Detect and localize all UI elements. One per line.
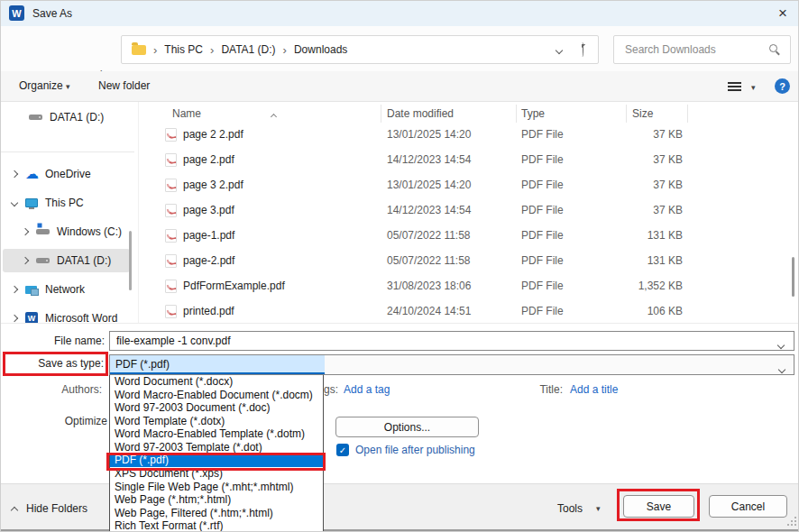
save-as-dialog: W Save As × ← → ↑ › This PC › DATA1 (D:)… [0, 0, 799, 532]
authors-label: Authors: [37, 383, 102, 396]
pdf-file-icon [165, 229, 177, 243]
view-caret-icon[interactable]: ▾ [751, 83, 756, 92]
tools-caret-icon[interactable]: ▾ [596, 504, 601, 513]
pdf-file-icon [165, 204, 177, 217]
dropdown-item[interactable]: Word Document (*.docx) [110, 375, 323, 389]
breadcrumb-chevron-icon: › [283, 43, 287, 57]
folder-icon [132, 45, 146, 55]
new-folder-button[interactable]: New folder [98, 79, 150, 92]
pdf-file-icon [165, 280, 177, 293]
dropdown-item[interactable]: Web Page, Filtered (*.htm;*.html) [110, 507, 323, 520]
options-button[interactable]: Options... [335, 417, 479, 437]
breadcrumb-chevron-icon: › [210, 43, 214, 57]
tools-button[interactable]: Tools [557, 502, 583, 515]
view-menu-icon[interactable] [728, 82, 741, 91]
table-row[interactable]: page 3.pdf 14/12/2023 14:54 PDF File 37 … [1, 197, 799, 223]
table-row[interactable]: PdfFormExample.pdf 31/08/2023 18:06 PDF … [1, 273, 799, 298]
cancel-button[interactable]: Cancel [709, 495, 787, 518]
drive-icon [29, 115, 42, 120]
search-input[interactable] [614, 36, 790, 63]
resize-grip[interactable] [785, 515, 796, 526]
table-row[interactable]: page-1.pdf 05/07/2022 11:58 PDF File 131… [1, 223, 799, 248]
highlight-save-button [617, 489, 700, 521]
hide-folders-button[interactable]: Hide Folders [12, 502, 87, 515]
dropdown-item[interactable]: Word Macro-Enabled Document (*.docm) [110, 389, 323, 402]
pdf-file-icon [165, 305, 177, 318]
search-icon [769, 44, 777, 52]
organize-button[interactable]: Organize ▾ [19, 79, 70, 92]
dropdown-item[interactable]: Word Template (*.dotx) [110, 415, 323, 428]
refresh-icon[interactable] [582, 43, 583, 56]
table-row[interactable]: page 2 2.pdf 13/01/2025 14:20 PDF File 3… [1, 122, 799, 147]
column-separator [687, 105, 688, 123]
dropdown-item[interactable]: Rich Text Format (*.rtf) [110, 519, 323, 532]
file-list-scrollbar[interactable] [792, 257, 794, 297]
command-toolbar: Organize ▾ New folder ▾ ? [1, 71, 799, 102]
highlight-save-as-type-label [3, 352, 108, 376]
open-after-publish-checkbox[interactable]: ✓ [336, 444, 349, 456]
address-dropdown-icon[interactable] [556, 43, 562, 56]
close-icon[interactable]: × [771, 3, 794, 24]
organize-caret-icon: ▾ [66, 82, 70, 91]
help-icon[interactable]: ? [775, 78, 790, 94]
chevron-down-icon[interactable] [778, 338, 784, 351]
word-logo-icon: W [9, 5, 24, 21]
dropdown-item[interactable]: Word 97-2003 Document (*.doc) [110, 401, 323, 415]
column-separator [516, 105, 517, 123]
breadcrumb-downloads[interactable]: Downloads [294, 43, 347, 56]
table-row[interactable]: page-2.pdf 05/07/2022 11:58 PDF File 131… [1, 248, 799, 273]
breadcrumb-chevron-icon: › [153, 43, 157, 57]
address-bar[interactable]: › This PC › DATA1 (D:) › Downloads [121, 35, 599, 64]
dropdown-item[interactable]: Single File Web Page (*.mht;*.mhtml) [110, 481, 323, 494]
breadcrumb-this-pc[interactable]: This PC [164, 43, 203, 56]
dropdown-item[interactable]: Web Page (*.htm;*.html) [110, 493, 323, 507]
search-box [613, 35, 791, 64]
window-title: Save As [32, 7, 72, 20]
chevron-down-icon[interactable] [779, 362, 785, 375]
dropdown-item[interactable]: Word Macro-Enabled Template (*.dotm) [110, 427, 323, 441]
pdf-file-icon [165, 254, 177, 268]
table-row[interactable]: printed.pdf 24/10/2024 14:51 PDF File 10… [1, 298, 799, 324]
main-area: DATA1 (D:) ☁ OneDrive This PC Windows (C… [1, 102, 799, 324]
title-label: Title: [510, 383, 563, 396]
pdf-file-icon [165, 128, 177, 142]
save-as-type-select[interactable]: PDF (*.pdf) [109, 354, 794, 375]
add-tag-link[interactable]: Add a tag [344, 383, 390, 396]
breadcrumb-drive[interactable]: DATA1 (D:) [221, 43, 275, 56]
navigation-bar: ← → ↑ › This PC › DATA1 (D:) › Downloads [1, 26, 799, 71]
highlight-pdf-option [106, 453, 326, 471]
file-name-label: File name: [51, 335, 105, 347]
add-title-link[interactable]: Add a title [570, 383, 618, 396]
open-after-publish-label: Open file after publishing [355, 444, 475, 456]
sort-ascending-icon[interactable] [271, 109, 276, 122]
pdf-file-icon [165, 153, 177, 167]
column-separator [381, 105, 381, 123]
table-row[interactable]: page 3 2.pdf 13/01/2025 14:20 PDF File 3… [1, 172, 799, 197]
title-bar: W Save As × [1, 1, 799, 26]
table-row[interactable]: page 2.pdf 14/12/2023 14:54 PDF File 37 … [1, 147, 799, 172]
file-name-input[interactable] [109, 331, 794, 351]
save-as-type-value: PDF (*.pdf) [110, 355, 325, 374]
chevron-up-icon [11, 506, 18, 513]
pdf-file-icon [165, 179, 177, 192]
column-separator [626, 105, 627, 123]
optimize-label: Optimize [37, 415, 107, 427]
